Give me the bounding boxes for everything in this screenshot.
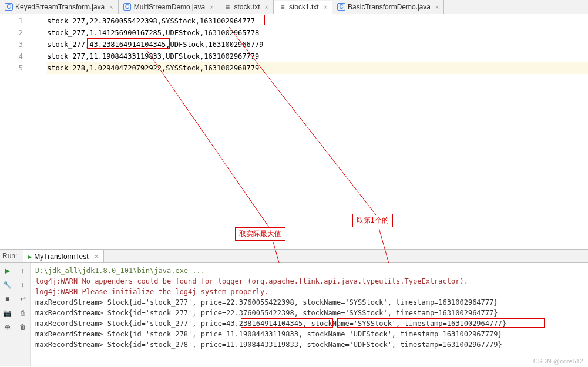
tool-column-2: ↑ ↓ ↩ ⎙ 🗑 bbox=[15, 263, 31, 366]
tab-label: KeyedStreamTransform.java bbox=[15, 3, 105, 11]
code-line: stock_277,1.141256900167285,UDFStock,163… bbox=[47, 27, 588, 39]
line-number: 1 bbox=[0, 15, 23, 27]
code-area[interactable]: stock_277,22.3760055422398,SYSStock,1631… bbox=[29, 14, 588, 249]
close-icon[interactable]: × bbox=[324, 4, 327, 11]
up-button[interactable]: ↑ bbox=[18, 265, 28, 276]
run-icon: ▸ bbox=[28, 252, 32, 261]
annotation-max-value: 取实际最大值 bbox=[235, 227, 285, 241]
console-line: maxRecordStream> Stock{id='stock_277', p… bbox=[35, 308, 583, 318]
annotation-first: 取第1个的 bbox=[352, 214, 393, 227]
console-line: maxRecordStream> Stock{id='stock_277', p… bbox=[35, 297, 583, 308]
tab-label: BasicTransformDemo.java bbox=[348, 3, 431, 11]
wrench-button[interactable]: 🔧 bbox=[2, 280, 13, 290]
console-line: maxRecordStream> Stock{id='stock_278', p… bbox=[35, 329, 583, 339]
highlight-box-price bbox=[241, 318, 333, 328]
console-wrap: ▶ 🔧 ■ 📷 ⊕ ↑ ↓ ↩ ⎙ 🗑 D:\jdk_all\jdk1.8.0_… bbox=[0, 263, 588, 366]
line-number: 5 bbox=[0, 62, 23, 74]
tab-label: MultiStreamDemo.java bbox=[134, 3, 205, 11]
wrap-button[interactable]: ↩ bbox=[18, 294, 28, 304]
highlight-box-stockname bbox=[337, 318, 545, 328]
line-number: 3 bbox=[0, 39, 23, 50]
close-icon[interactable]: × bbox=[265, 4, 268, 11]
gutter: 1 2 3 4 5 bbox=[0, 14, 29, 249]
down-button[interactable]: ↓ bbox=[18, 280, 28, 290]
code-line: stock_277,22.3760055422398,SYSStock,1631… bbox=[47, 15, 588, 27]
tool-column-1: ▶ 🔧 ■ 📷 ⊕ bbox=[0, 263, 15, 366]
console-line: maxRecordStream> Stock{id='stock_278', p… bbox=[35, 339, 583, 350]
txt-icon bbox=[224, 3, 232, 11]
run-bar: Run: ▸ MyTransformTest × bbox=[0, 249, 588, 263]
tab-stock[interactable]: stock.txt × bbox=[219, 0, 274, 14]
java-icon bbox=[337, 3, 345, 11]
stop-button[interactable]: ■ bbox=[2, 294, 13, 304]
editor-area[interactable]: 1 2 3 4 5 stock_277,22.3760055422398,SYS… bbox=[0, 14, 588, 249]
java-icon bbox=[123, 3, 132, 11]
txt-icon bbox=[278, 3, 287, 11]
tab-label: stock.txt bbox=[234, 3, 260, 11]
console-line: log4j:WARN Please initialize the log4j s… bbox=[35, 287, 583, 297]
close-icon[interactable]: × bbox=[210, 4, 213, 11]
code-line: stock_278,1.029404720792922,SYSStock,163… bbox=[47, 62, 588, 74]
trash-button[interactable]: 🗑 bbox=[18, 322, 28, 332]
tab-multistream[interactable]: MultiStreamDemo.java × bbox=[119, 0, 219, 14]
tab-stock1[interactable]: stock1.txt × bbox=[274, 1, 332, 14]
target-button[interactable]: ⊕ bbox=[2, 322, 13, 332]
console-line: log4j:WARN No appenders could be found f… bbox=[35, 276, 583, 287]
run-tab-label: MyTransformTest bbox=[34, 252, 88, 261]
close-icon[interactable]: × bbox=[109, 4, 113, 11]
run-label: Run: bbox=[2, 252, 17, 260]
watermark: CSDN @core512 bbox=[533, 358, 583, 365]
console-line: D:\jdk_all\jdk1.8.0_101\bin\java.exe ... bbox=[35, 265, 583, 276]
tab-keyedstream[interactable]: KeyedStreamTransform.java × bbox=[0, 0, 119, 14]
camera-button[interactable]: 📷 bbox=[2, 308, 13, 318]
tab-label: stock1.txt bbox=[289, 3, 319, 11]
tab-basictransform[interactable]: BasicTransformDemo.java × bbox=[332, 0, 444, 14]
console[interactable]: D:\jdk_all\jdk1.8.0_101\bin\java.exe ...… bbox=[31, 263, 588, 366]
line-number: 4 bbox=[0, 50, 23, 62]
highlight-box-2 bbox=[87, 38, 170, 49]
run-tab[interactable]: ▸ MyTransformTest × bbox=[23, 250, 103, 262]
close-icon[interactable]: × bbox=[95, 252, 99, 261]
line-number: 2 bbox=[0, 27, 23, 39]
java-icon bbox=[5, 3, 13, 11]
highlight-box-1 bbox=[159, 15, 265, 25]
editor-tabs: KeyedStreamTransform.java × MultiStreamD… bbox=[0, 0, 588, 14]
rerun-button[interactable]: ▶ bbox=[2, 265, 13, 276]
close-icon[interactable]: × bbox=[435, 4, 439, 11]
print-button[interactable]: ⎙ bbox=[18, 308, 28, 318]
code-line: stock_277,11.19084433119833,UDFStock,163… bbox=[47, 50, 588, 62]
